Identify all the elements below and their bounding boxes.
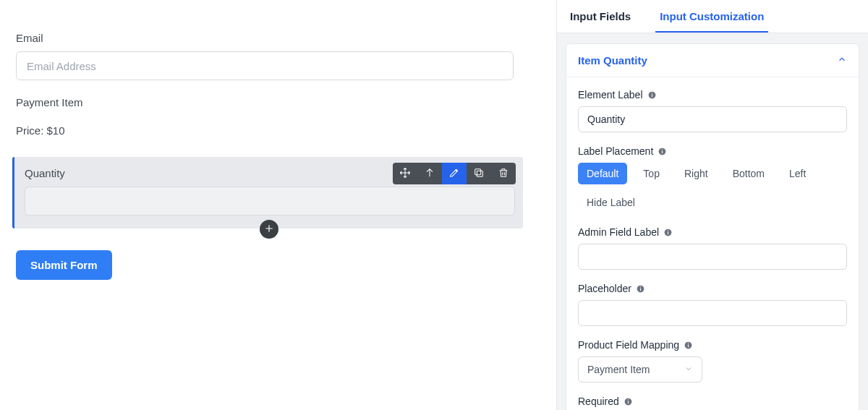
svg-rect-18: [628, 401, 629, 403]
info-icon[interactable]: [636, 284, 645, 294]
sidebar-tabs: Input Fields Input Customization: [557, 0, 868, 33]
element-label-title: Element Label: [578, 89, 643, 101]
setting-placeholder: Placeholder: [578, 283, 847, 326]
move-button[interactable]: [393, 163, 417, 184]
admin-field-label-input[interactable]: [578, 244, 847, 270]
chevron-up-icon: [837, 54, 847, 67]
trash-icon: [498, 167, 509, 181]
placement-right[interactable]: Right: [676, 163, 717, 184]
arrow-up-icon: [424, 167, 435, 181]
product-field-mapping-value: Payment Item: [587, 364, 650, 375]
field-toolbar: [393, 163, 516, 184]
svg-rect-13: [640, 286, 641, 287]
svg-rect-19: [628, 399, 629, 400]
svg-rect-15: [688, 344, 689, 347]
placement-bottom[interactable]: Bottom: [724, 163, 773, 184]
info-icon[interactable]: [658, 147, 667, 156]
delete-button[interactable]: [491, 163, 516, 184]
svg-rect-10: [668, 230, 668, 231]
add-field-button[interactable]: [260, 220, 278, 239]
panel-body: Element Label Label Placement: [566, 77, 859, 410]
info-icon[interactable]: [647, 90, 657, 100]
svg-rect-9: [668, 231, 668, 234]
svg-rect-1: [475, 168, 481, 174]
email-input[interactable]: [16, 51, 514, 80]
chevron-down-icon: [684, 364, 693, 375]
setting-label-placement: Label Placement Default Top Right Bottom…: [578, 145, 847, 213]
tab-input-customization[interactable]: Input Customization: [655, 0, 768, 33]
move-icon: [399, 167, 411, 181]
info-icon[interactable]: [624, 397, 633, 406]
product-field-mapping-select[interactable]: Payment Item: [578, 356, 702, 383]
setting-element-label: Element Label: [578, 89, 847, 132]
settings-panel: Item Quantity Element Label: [566, 43, 859, 410]
label-placement-title: Label Placement: [578, 145, 653, 157]
panel-header[interactable]: Item Quantity: [566, 44, 859, 77]
setting-admin-field-label: Admin Field Label: [578, 226, 847, 270]
svg-rect-16: [688, 343, 689, 343]
svg-rect-4: [651, 93, 652, 93]
placement-left[interactable]: Left: [780, 163, 814, 184]
placement-hide[interactable]: Hide Label: [578, 192, 644, 213]
label-placement-group: Default Top Right Bottom Left Hide Label: [578, 163, 847, 213]
price-line: Price: $10: [16, 124, 542, 137]
svg-rect-7: [662, 149, 663, 150]
svg-rect-6: [662, 150, 663, 153]
svg-rect-12: [640, 288, 641, 291]
copy-icon: [473, 167, 485, 181]
required-title: Required: [578, 396, 619, 407]
placeholder-title: Placeholder: [578, 283, 631, 294]
payment-item-block: Payment Item: [16, 96, 542, 108]
payment-item-label: Payment Item: [16, 96, 542, 108]
tab-input-fields[interactable]: Input Fields: [566, 0, 635, 33]
email-label: Email: [16, 32, 542, 44]
duplicate-button[interactable]: [467, 163, 491, 184]
move-up-button[interactable]: [417, 163, 442, 184]
submit-button[interactable]: Submit Form: [16, 250, 112, 280]
element-label-input[interactable]: [578, 106, 847, 132]
quantity-input[interactable]: [25, 187, 515, 215]
setting-product-field-mapping: Product Field Mapping Payment Item: [578, 339, 847, 383]
svg-rect-3: [651, 94, 652, 97]
placement-top[interactable]: Top: [634, 163, 668, 184]
product-field-mapping-title: Product Field Mapping: [578, 339, 679, 351]
admin-field-label-title: Admin Field Label: [578, 226, 659, 238]
setting-required: Required Yes No: [578, 396, 847, 410]
panel-title: Item Quantity: [578, 54, 647, 67]
info-icon[interactable]: [663, 228, 673, 237]
selected-field-quantity[interactable]: Quantity: [12, 157, 523, 229]
pencil-icon: [448, 167, 460, 181]
placement-default[interactable]: Default: [578, 163, 627, 184]
form-canvas: Email Payment Item Price: $10 Quantity: [0, 0, 557, 410]
plus-icon: [264, 223, 274, 236]
edit-button[interactable]: [442, 163, 467, 184]
info-icon[interactable]: [684, 341, 693, 350]
placeholder-input[interactable]: [578, 300, 847, 326]
svg-rect-0: [477, 171, 482, 176]
panel-wrap: Item Quantity Element Label: [557, 33, 868, 410]
email-field-block: Email: [16, 32, 542, 80]
settings-sidebar: Input Fields Input Customization Item Qu…: [557, 0, 868, 410]
